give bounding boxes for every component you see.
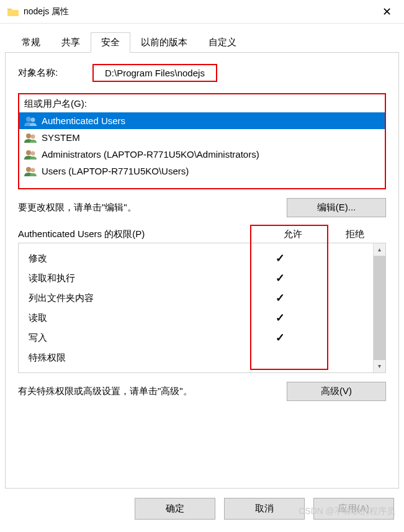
user-row-authenticated[interactable]: Authenticated Users: [19, 112, 385, 129]
perm-row: 列出文件夹内容✓: [19, 288, 373, 308]
perm-name: 写入: [29, 332, 249, 344]
tab-security[interactable]: 安全: [91, 32, 130, 53]
svg-point-6: [26, 167, 31, 172]
tab-sharing[interactable]: 共享: [51, 32, 91, 53]
svg-point-4: [26, 150, 31, 155]
svg-point-2: [26, 133, 31, 138]
svg-point-0: [26, 117, 31, 122]
svg-point-5: [31, 151, 35, 155]
perm-row: 特殊权限: [19, 348, 373, 367]
user-name: Authenticated Users: [42, 115, 125, 126]
security-panel: 对象名称: D:\Program Files\nodejs 组或用户名(G): …: [5, 52, 399, 489]
window-title: nodejs 属性: [24, 6, 377, 17]
scrollbar[interactable]: ▴ ▾: [373, 243, 385, 372]
edit-button[interactable]: 编辑(E)...: [287, 198, 386, 217]
edit-hint: 要更改权限，请单击"编辑"。: [18, 202, 137, 214]
user-name: Users (LAPTOP-R771U5KO\Users): [42, 166, 189, 176]
object-path: D:\Program Files\nodejs: [92, 64, 217, 82]
check-icon: ✓: [249, 331, 311, 345]
svg-point-3: [31, 134, 35, 138]
perm-name: 列出文件夹内容: [29, 292, 249, 304]
perm-name: 读取和执行: [29, 273, 249, 284]
users-icon: [24, 150, 38, 160]
user-name: Administrators (LAPTOP-R771U5KO\Administ…: [42, 149, 259, 160]
check-icon: ✓: [249, 311, 311, 325]
tab-prev-versions[interactable]: 以前的版本: [130, 32, 198, 53]
permissions-box: 修改✓ 读取和执行✓ 列出文件夹内容✓ 读取✓ 写入✓ 特殊权限 ▴ ▾: [18, 243, 386, 373]
cancel-button[interactable]: 取消: [224, 498, 305, 520]
perm-name: 特殊权限: [29, 352, 249, 364]
deny-col-header: 拒绝: [324, 228, 386, 240]
perm-row: 读取✓: [19, 308, 373, 328]
tab-customize[interactable]: 自定义: [198, 32, 247, 53]
folder-icon: [7, 7, 19, 16]
perm-header-label: Authenticated Users 的权限(P): [18, 228, 262, 240]
watermark: CSDN @不称职的程序员: [299, 506, 395, 517]
groups-label: 组或用户名(G):: [19, 98, 385, 110]
perm-row: 修改✓: [19, 248, 373, 268]
scroll-up-icon[interactable]: ▴: [374, 243, 385, 256]
svg-point-7: [31, 168, 35, 172]
users-icon: [24, 133, 38, 143]
check-icon: ✓: [249, 271, 311, 285]
svg-point-1: [31, 117, 35, 122]
users-icon: [24, 166, 38, 176]
user-row-admins[interactable]: Administrators (LAPTOP-R771U5KO\Administ…: [19, 146, 385, 163]
object-name-label: 对象名称:: [18, 67, 92, 79]
scroll-thumb[interactable]: [374, 256, 385, 360]
perm-name: 修改: [29, 253, 249, 264]
titlebar: nodejs 属性 ✕: [0, 0, 404, 24]
allow-col-header: 允许: [262, 228, 324, 240]
ok-button[interactable]: 确定: [135, 498, 215, 520]
user-list[interactable]: Authenticated Users SYSTEM Administrator…: [19, 112, 385, 179]
groups-box: 组或用户名(G): Authenticated Users SYSTEM Adm…: [18, 93, 386, 189]
advanced-hint: 有关特殊权限或高级设置，请单击"高级"。: [18, 385, 192, 397]
user-row-users[interactable]: Users (LAPTOP-R771U5KO\Users): [19, 163, 385, 179]
check-icon: ✓: [249, 291, 311, 305]
tabs: 常规 共享 安全 以前的版本 自定义: [0, 24, 404, 53]
close-button[interactable]: ✕: [377, 5, 397, 19]
check-icon: ✓: [249, 251, 311, 265]
perm-row: 写入✓: [19, 328, 373, 348]
permissions-list[interactable]: 修改✓ 读取和执行✓ 列出文件夹内容✓ 读取✓ 写入✓ 特殊权限: [19, 243, 373, 372]
user-row-system[interactable]: SYSTEM: [19, 129, 385, 146]
user-name: SYSTEM: [42, 132, 80, 143]
perm-name: 读取: [29, 312, 249, 324]
tab-general[interactable]: 常规: [11, 32, 51, 53]
perm-row: 读取和执行✓: [19, 268, 373, 288]
advanced-button[interactable]: 高级(V): [287, 382, 386, 401]
users-icon: [24, 116, 38, 126]
scroll-down-icon[interactable]: ▾: [374, 360, 385, 372]
